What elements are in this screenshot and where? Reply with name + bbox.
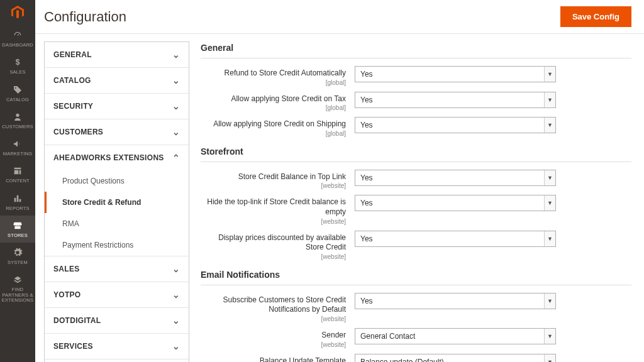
select-apply-shipping[interactable]: Yes▼ [355, 117, 556, 133]
config-section-services[interactable]: SERVICES⌄ [45, 334, 189, 359]
config-section-advanced[interactable]: ADVANCED⌄ [45, 359, 189, 362]
select-refund-auto[interactable]: Yes▼ [355, 66, 556, 82]
fieldset-general: General Refund to Store Credit Automatic… [201, 43, 631, 138]
config-section-security[interactable]: SECURITY⌄ [45, 94, 189, 119]
dropdown-arrow-icon: ▼ [544, 354, 555, 362]
dropdown-arrow-icon: ▼ [544, 195, 555, 211]
gear-icon [12, 247, 23, 258]
magento-logo[interactable] [0, 0, 35, 25]
nav-label: REPORTS [6, 206, 30, 211]
fieldset-title: General [201, 43, 631, 58]
field-label: Allow applying Store Credit on Shipping[… [201, 117, 355, 138]
nav-label: CUSTOMERS [2, 124, 33, 129]
dollar-icon: $ [12, 57, 23, 68]
nav-label: CONTENT [6, 178, 30, 184]
field-label: Allow applying Store Credit on Tax[globa… [201, 92, 355, 112]
nav-content[interactable]: CONTENT [0, 161, 35, 188]
config-nav: GENERAL⌄ CATALOG⌄ SECURITY⌄ CUSTOMERS⌄ A… [35, 34, 189, 362]
megaphone-icon [12, 138, 23, 150]
chevron-down-icon: ⌄ [172, 290, 180, 300]
field-label: Display prices discounted by available S… [201, 231, 355, 261]
save-config-button[interactable]: Save Config [560, 6, 631, 27]
chevron-down-icon: ⌄ [172, 127, 180, 137]
config-sub-payment-restrictions[interactable]: Payment Restrictions [45, 234, 189, 256]
field-label: Sender[website] [201, 328, 355, 349]
nav-label: CATALOG [6, 97, 29, 102]
field-label: Hide the top-link if Store Credit balanc… [201, 195, 355, 225]
nav-label: SYSTEM [8, 260, 28, 265]
form-area: General Refund to Store Credit Automatic… [189, 34, 644, 362]
config-sub-product-questions[interactable]: Product Questions [45, 170, 189, 192]
magento-logo-icon [10, 5, 25, 20]
select-top-link[interactable]: Yes▼ [355, 170, 556, 186]
nav-dashboard[interactable]: DASHBOARD [0, 25, 35, 52]
dropdown-arrow-icon: ▼ [544, 92, 555, 107]
topbar: Configuration Save Config [35, 0, 644, 34]
field-label: Balance Update Template[store view] [201, 354, 355, 362]
nav-reports[interactable]: REPORTS [0, 189, 35, 216]
config-sub-store-credit[interactable]: Store Credit & Refund [45, 192, 189, 213]
dropdown-arrow-icon: ▼ [544, 231, 555, 246]
config-section-sales[interactable]: SALES⌄ [45, 256, 189, 282]
chevron-up-icon: ⌃ [172, 153, 180, 163]
fieldset-title: Email Notifications [201, 270, 631, 285]
chevron-down-icon: ⌄ [172, 75, 180, 85]
nav-sales[interactable]: $ SALES [0, 52, 35, 79]
field-label: Subscribe Customers to Store Credit Noti… [201, 293, 355, 323]
nav-label: MARKETING [3, 151, 32, 156]
nav-partners[interactable]: FIND PARTNERS & EXTENSIONS [0, 270, 35, 307]
fieldset-title: Storefront [201, 146, 631, 162]
nav-customers[interactable]: CUSTOMERS [0, 107, 35, 134]
chevron-down-icon: ⌄ [172, 101, 180, 111]
config-section-dotdigital[interactable]: DOTDIGITAL⌄ [45, 308, 189, 333]
dropdown-arrow-icon: ▼ [544, 67, 555, 82]
dropdown-arrow-icon: ▼ [544, 329, 555, 344]
field-label: Refund to Store Credit Automatically[glo… [201, 66, 355, 87]
fieldset-email: Email Notifications Subscribe Customers … [201, 270, 631, 362]
nav-label: FIND PARTNERS & EXTENSIONS [1, 287, 34, 303]
page-title: Configuration [44, 9, 126, 25]
svg-text:$: $ [16, 58, 20, 67]
dropdown-arrow-icon: ▼ [544, 293, 555, 309]
config-sub-rma[interactable]: RMA [45, 213, 189, 234]
tag-icon [12, 84, 23, 96]
nav-system[interactable]: SYSTEM [0, 243, 35, 270]
partners-icon [12, 274, 23, 285]
chevron-down-icon: ⌄ [172, 341, 180, 351]
select-subscribe-default[interactable]: Yes▼ [355, 293, 556, 309]
nav-label: STORES [8, 233, 28, 238]
field-label: Store Credit Balance in Top Link[website… [201, 170, 355, 190]
dashboard-icon [12, 30, 23, 41]
nav-label: DASHBOARD [2, 43, 33, 48]
chevron-down-icon: ⌄ [172, 264, 180, 274]
select-sender[interactable]: General Contact▼ [355, 328, 556, 344]
dropdown-arrow-icon: ▼ [544, 118, 555, 133]
chevron-down-icon: ⌄ [172, 315, 180, 326]
config-section-general[interactable]: GENERAL⌄ [45, 42, 189, 67]
config-section-aheadworks[interactable]: AHEADWORKS EXTENSIONS⌃ [45, 145, 189, 170]
config-section-customers[interactable]: CUSTOMERS⌄ [45, 119, 189, 145]
chevron-down-icon: ⌄ [172, 50, 180, 60]
dropdown-arrow-icon: ▼ [544, 170, 555, 185]
select-apply-tax[interactable]: Yes▼ [355, 92, 556, 108]
select-template[interactable]: Balance update (Default)▼ [355, 354, 556, 362]
stores-icon [12, 220, 23, 231]
fieldset-storefront: Storefront Store Credit Balance in Top L… [201, 146, 631, 261]
config-section-catalog[interactable]: CATALOG⌄ [45, 68, 189, 93]
nav-catalog[interactable]: CATALOG [0, 80, 35, 107]
nav-stores[interactable]: STORES [0, 216, 35, 243]
chart-icon [12, 193, 23, 204]
main-sidebar: DASHBOARD $ SALES CATALOG CUSTOMERS MARK… [0, 0, 35, 362]
content-icon [12, 165, 23, 177]
nav-label: SALES [9, 70, 25, 75]
config-section-yotpo[interactable]: YOTPO⌄ [45, 282, 189, 307]
select-display-discounted[interactable]: Yes▼ [355, 231, 556, 247]
select-hide-empty[interactable]: Yes▼ [355, 195, 556, 211]
person-icon [12, 111, 23, 123]
nav-marketing[interactable]: MARKETING [0, 134, 35, 161]
